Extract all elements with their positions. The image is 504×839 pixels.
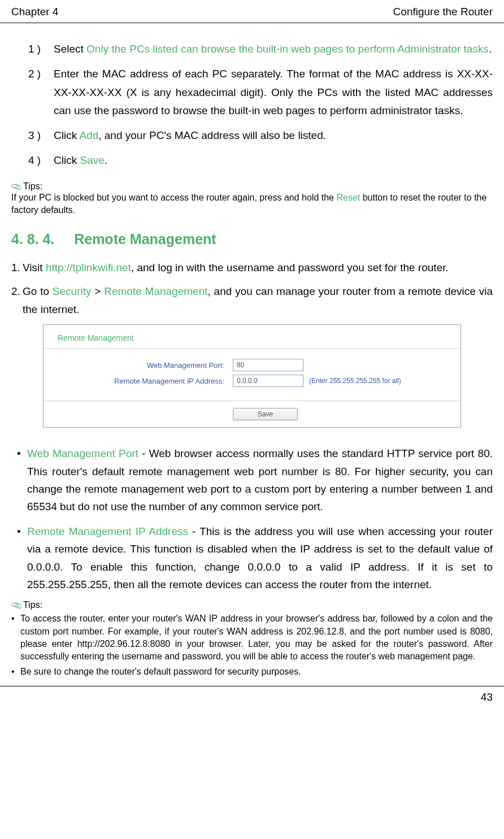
- tips-text: If your PC is blocked but you want to ac…: [11, 192, 493, 217]
- step-number: 4 ): [28, 151, 54, 169]
- instruction-number: 1.: [11, 259, 23, 277]
- paperclip-icon: 📎: [10, 180, 23, 193]
- text-pre: Click: [54, 129, 79, 141]
- text-pre: Visit: [23, 262, 46, 273]
- instruction-text: Visit http://tplinkwifi.net, and log in …: [23, 259, 493, 277]
- screenshot-body: Web Management Port: 80 Remote Managemen…: [44, 349, 460, 401]
- highlighted-add: Add: [79, 129, 98, 141]
- tips-item: • Be sure to change the router's default…: [11, 666, 493, 678]
- highlighted-option: Only the PCs listed can browse the built…: [86, 43, 489, 55]
- nav-security: Security: [53, 285, 92, 297]
- text-post: .: [105, 154, 107, 166]
- page-footer: 43: [0, 686, 504, 708]
- screenshot-footer: Save: [44, 401, 460, 427]
- tips-label: 📎 Tips:: [11, 181, 493, 192]
- tips-label: 📎 Tips:: [11, 600, 493, 610]
- step-text: Select Only the PCs listed can browse th…: [54, 40, 493, 58]
- form-row-port: Web Management Port: 80: [58, 359, 446, 371]
- page-number: 43: [481, 691, 493, 703]
- text-post: , and log in with the username and passw…: [131, 262, 449, 273]
- step-item: 4 ) Click Save.: [28, 151, 493, 169]
- ui-screenshot: Remote Management Web Management Port: 8…: [43, 324, 461, 428]
- text-pre: Click: [54, 154, 80, 166]
- save-button[interactable]: Save: [233, 408, 298, 420]
- description-list: • Web Management Port - Web browser acce…: [17, 445, 493, 593]
- port-label: Web Management Port:: [58, 361, 233, 369]
- step-list: 1 ) Select Only the PCs listed can brows…: [28, 40, 493, 170]
- link-text: http://tplinkwifi.net: [46, 262, 131, 273]
- tips-item-text: Be sure to change the router's default p…: [20, 666, 493, 678]
- bullet-icon: •: [17, 445, 27, 515]
- step-number: 3 ): [28, 127, 54, 145]
- chapter-label: Chapter 4: [11, 6, 58, 18]
- step-item: 1 ) Select Only the PCs listed can brows…: [28, 40, 493, 58]
- nav-sep: >: [91, 285, 104, 297]
- screenshot-title: Remote Management: [58, 333, 134, 342]
- section-heading: 4. 8. 4. Remote Management: [11, 231, 493, 247]
- tips-label-text: Tips:: [23, 600, 42, 610]
- screenshot-header: Remote Management: [44, 325, 460, 349]
- text-post: , and your PC's MAC address will also be…: [98, 129, 326, 141]
- bullet-icon: •: [11, 612, 20, 663]
- highlighted-save: Save: [80, 154, 104, 166]
- instruction-item: 1. Visit http://tplinkwifi.net, and log …: [11, 259, 493, 277]
- step-number: 2 ): [28, 65, 54, 120]
- tips-item-text: To access the router, enter your router'…: [20, 612, 493, 663]
- nav-remote: Remote Management: [104, 285, 207, 297]
- text-pre: Go to: [23, 285, 53, 297]
- page-header: Chapter 4 Configure the Router: [0, 0, 504, 23]
- ip-hint: (Enter 255.255.255.255 for all): [309, 377, 401, 385]
- instruction-item: 2. Go to Security > Remote Management, a…: [11, 282, 493, 319]
- tips-highlight: Reset: [336, 193, 360, 202]
- port-input[interactable]: 80: [233, 359, 303, 371]
- instruction-list: 1. Visit http://tplinkwifi.net, and log …: [11, 259, 493, 319]
- description-item: • Remote Management IP Address - This is…: [17, 523, 493, 593]
- step-text: Click Add, and your PC's MAC address wil…: [54, 127, 493, 145]
- ip-input[interactable]: 0.0.0.0: [233, 375, 303, 387]
- step-item: 3 ) Click Add, and your PC's MAC address…: [28, 127, 493, 145]
- instruction-number: 2.: [11, 282, 23, 319]
- bullet-icon: •: [11, 666, 20, 678]
- step-text: Click Save.: [54, 151, 493, 169]
- description-title: Web Management Port: [27, 447, 138, 459]
- section-number: 4. 8. 4.: [11, 231, 54, 247]
- text-pre: Select: [54, 43, 86, 55]
- page-content: 1 ) Select Only the PCs listed can brows…: [0, 23, 504, 686]
- description-text: Web Management Port - Web browser access…: [27, 445, 493, 515]
- step-number: 1 ): [28, 40, 54, 58]
- section-title: Remote Management: [74, 231, 216, 247]
- step-text: Enter the MAC address of each PC separat…: [54, 65, 493, 120]
- description-title: Remote Management IP Address: [27, 525, 188, 537]
- tips-list: • To access the router, enter your route…: [11, 612, 493, 678]
- paperclip-icon: 📎: [10, 599, 23, 611]
- ip-label: Remote Management IP Address:: [58, 377, 233, 385]
- tips-part1: If your PC is blocked but you want to ac…: [11, 193, 336, 202]
- description-item: • Web Management Port - Web browser acce…: [17, 445, 493, 515]
- tips-item: • To access the router, enter your route…: [11, 612, 493, 663]
- tips-label-text: Tips:: [23, 181, 42, 192]
- description-text: Remote Management IP Address - This is t…: [27, 523, 493, 593]
- instruction-text: Go to Security > Remote Management, and …: [23, 282, 493, 319]
- text-post: .: [489, 43, 492, 55]
- header-title: Configure the Router: [393, 6, 493, 18]
- form-row-ip: Remote Management IP Address: 0.0.0.0 (E…: [58, 375, 446, 387]
- step-item: 2 ) Enter the MAC address of each PC sep…: [28, 65, 493, 120]
- bullet-icon: •: [17, 523, 27, 593]
